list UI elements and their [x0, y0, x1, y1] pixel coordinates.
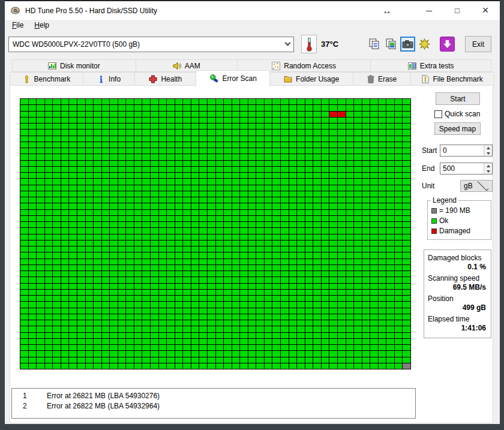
error-row[interactable]: 1Error at 26821 MB (LBA 54930276) [12, 391, 415, 401]
error-list[interactable]: 1Error at 26821 MB (LBA 54930276)2Error … [11, 388, 416, 419]
tab-health[interactable]: Health [134, 72, 196, 86]
scan-cell-ok [379, 234, 386, 240]
scan-cell-ok [45, 302, 53, 307]
extra-tests-icon [408, 62, 416, 70]
scan-cell-ok [208, 203, 215, 209]
scan-cell-ok [272, 246, 280, 252]
scan-cell-ok [386, 271, 394, 276]
scan-cell-ok [322, 142, 329, 148]
resize-icon[interactable]: ↔ [380, 4, 394, 17]
scan-cell-ok [29, 197, 37, 203]
scan-cell-ok [86, 203, 94, 209]
copy-text-button[interactable] [367, 37, 382, 52]
tab-info[interactable]: Info [83, 72, 135, 86]
start-input[interactable] [440, 145, 484, 156]
scan-cell-ok [216, 185, 224, 191]
scan-cell-ok [77, 173, 85, 178]
download-button[interactable] [440, 37, 455, 52]
minimize-icon[interactable]: ─ [422, 4, 436, 17]
error-row[interactable]: 2Error at 26822 MB (LBA 54932964) [12, 401, 415, 411]
spin-up-icon[interactable] [484, 163, 492, 169]
scan-cell-ok [191, 118, 199, 123]
scan-cell-ok [159, 197, 167, 203]
exit-button[interactable]: Exit [465, 36, 491, 52]
scan-cell-ok [297, 179, 305, 184]
scan-cell-ok [313, 124, 321, 129]
scan-cell-ok [61, 154, 69, 160]
quick-scan-checkbox[interactable] [434, 110, 442, 118]
scan-cell-ok [224, 148, 232, 154]
scan-cell-ok [191, 351, 199, 356]
scan-cell-ok [69, 271, 77, 276]
scan-cell-ok [354, 185, 362, 191]
scan-cell-ok [216, 124, 224, 129]
scan-cell-ok [216, 363, 224, 369]
scan-cell-ok [386, 136, 394, 142]
drive-selector[interactable]: WDC WD5000LPVX-22V0TT0 (500 gB) [8, 37, 294, 52]
scan-cell-ok [159, 228, 167, 233]
copy-image-button[interactable] [383, 37, 398, 52]
scan-cell-ok [305, 228, 313, 233]
scan-cell-ok [199, 167, 207, 172]
scan-cell-ok [370, 118, 378, 123]
scan-cell-ok [362, 259, 370, 264]
speed-map-button[interactable]: Speed map [434, 122, 481, 135]
tab-folder-usage[interactable]: Folder Usage [269, 72, 353, 86]
scan-cell-ok [53, 271, 61, 276]
scan-cell-ok [216, 271, 224, 276]
scan-cell-ok [37, 246, 44, 252]
scan-cell-ok [208, 314, 215, 320]
scan-cell-ok [265, 284, 272, 289]
scan-cell-ok [69, 345, 77, 350]
tab-benchmark[interactable]: Benchmark [10, 72, 83, 86]
scan-cell-ok [224, 191, 232, 197]
scan-cell-ok [370, 154, 378, 160]
maximize-icon[interactable]: □ [451, 4, 464, 17]
scan-cell-ok [403, 259, 410, 264]
scan-cell-ok [94, 320, 101, 326]
scan-cell-ok [248, 363, 256, 369]
scan-cell-ok [281, 142, 289, 148]
scan-cell-ok [297, 142, 305, 148]
start-button[interactable]: Start [436, 92, 480, 105]
scan-cell-ok [20, 320, 28, 326]
scan-cell-ok [362, 130, 370, 135]
close-icon[interactable]: × [479, 4, 492, 17]
scan-cell-ok [45, 112, 53, 117]
save-results-button[interactable] [417, 37, 432, 52]
scan-cell-ok [110, 118, 118, 123]
tab-erase[interactable]: Erase [353, 72, 411, 86]
menu-help[interactable]: Help [29, 20, 55, 30]
scan-cell-ok [45, 252, 53, 258]
spin-down-icon[interactable] [484, 151, 492, 156]
scan-cell-ok [403, 112, 410, 117]
scan-cell-ok [77, 234, 85, 240]
unit-select[interactable]: gB [460, 180, 493, 192]
scan-cell-ok [126, 99, 134, 104]
temperature-button[interactable] [301, 35, 317, 53]
scan-cell-ok [159, 326, 167, 332]
scan-cell-ok [159, 216, 167, 221]
scan-cell-ok [86, 216, 94, 221]
scan-cell-ok [395, 345, 403, 350]
scan-cell-ok [346, 154, 354, 160]
scan-cell-ok [403, 118, 410, 123]
tab-file-benchmark[interactable]: File Benchmark [410, 72, 494, 86]
tab-disk-monitor[interactable]: Disk monitor [12, 59, 136, 72]
scan-cell-ok [346, 99, 354, 104]
screenshot-button[interactable] [400, 37, 415, 52]
scan-cell-ok [322, 185, 329, 191]
scan-cell-ok [20, 197, 28, 203]
end-input[interactable] [440, 163, 484, 174]
spin-up-icon[interactable] [484, 145, 492, 151]
tab-extra-tests[interactable]: Extra tests [370, 59, 491, 72]
scan-cell-ok [362, 105, 370, 110]
spin-down-icon[interactable] [484, 169, 492, 174]
scan-cell-ok [354, 320, 362, 326]
scan-cell-ok [281, 167, 289, 172]
scan-cell-ok [329, 161, 337, 166]
scan-cell-ok [86, 314, 94, 320]
menu-file[interactable]: File [7, 20, 29, 30]
scan-cell-ok [297, 240, 305, 246]
tab-error-scan[interactable]: Error Scan [196, 70, 270, 86]
